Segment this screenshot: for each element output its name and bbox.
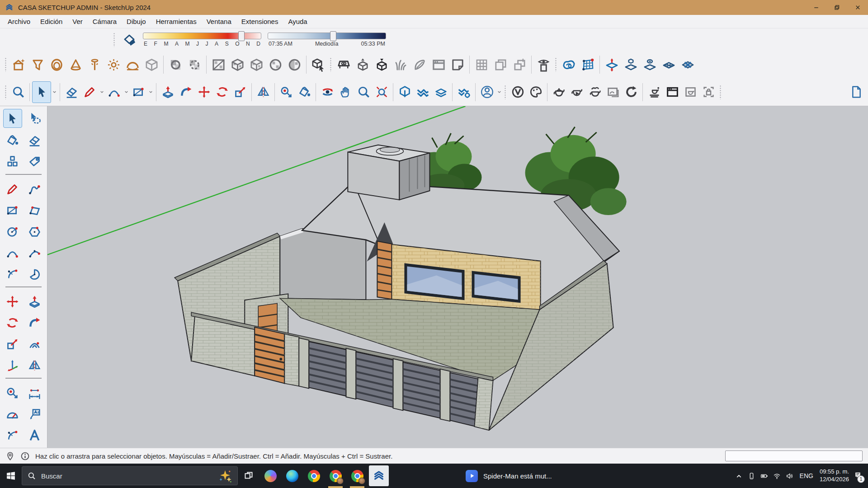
geolocation-icon[interactable] <box>5 451 15 461</box>
light-stake-button[interactable] <box>85 54 104 75</box>
flip-tool-button[interactable] <box>254 82 272 103</box>
line-tool-button[interactable] <box>4 180 22 198</box>
start-button[interactable] <box>0 464 22 488</box>
polygon-tool-button[interactable] <box>26 222 44 240</box>
new-document-button[interactable] <box>847 82 865 103</box>
measurement-input[interactable] <box>725 450 863 461</box>
shadow-funnel-button[interactable] <box>28 54 47 75</box>
chrome-profile-1-button[interactable] <box>325 464 346 488</box>
menu-archivo[interactable]: Archivo <box>3 16 35 27</box>
vray-lock-scene-button[interactable] <box>699 82 717 103</box>
move-tool-button[interactable] <box>4 292 22 310</box>
light-cone-button[interactable] <box>66 54 85 75</box>
task-view-button[interactable] <box>238 464 259 488</box>
rectangle-tool-caret[interactable] <box>147 83 154 102</box>
sky-dome-button[interactable] <box>123 54 142 75</box>
sun-properties-button[interactable] <box>104 54 123 75</box>
copy-frames-button[interactable] <box>491 54 510 75</box>
close-button[interactable] <box>847 0 868 15</box>
vray-materials-button[interactable] <box>527 82 545 103</box>
scale-tool-button[interactable] <box>231 82 249 103</box>
toolbar-grip[interactable] <box>5 85 7 99</box>
wifi-icon[interactable] <box>773 472 781 480</box>
menu-edicion[interactable]: Edición <box>35 16 67 27</box>
eye-page-button[interactable] <box>534 54 553 75</box>
zoom-extents-tool-button[interactable] <box>373 82 391 103</box>
tape-measure-tool-button[interactable] <box>4 384 22 402</box>
sandbox-from-contours-button[interactable] <box>559 54 578 75</box>
toolbar-grip[interactable] <box>113 33 116 47</box>
sandbox-stamp-button[interactable] <box>621 54 640 75</box>
toolbar-grip[interactable] <box>719 85 722 99</box>
menu-extensiones[interactable]: Extensiones <box>236 16 283 27</box>
arc-3pt-tool-button[interactable] <box>26 244 44 262</box>
paint-bucket-tool-button[interactable] <box>295 82 313 103</box>
pushpull-tool-button[interactable] <box>26 292 44 310</box>
vray-refresh-button[interactable] <box>622 82 640 103</box>
style-xray-button[interactable] <box>209 54 228 75</box>
text-tool-button[interactable] <box>26 405 44 423</box>
battery-icon[interactable] <box>760 472 768 480</box>
rotated-rectangle-tool-button[interactable] <box>26 201 44 219</box>
sandbox-smoove-button[interactable] <box>602 54 621 75</box>
copilot-button[interactable] <box>259 464 281 488</box>
paint-bucket-tool-button[interactable] <box>4 131 22 149</box>
tag-tool-button[interactable] <box>26 152 44 170</box>
sandbox-add-detail-button[interactable] <box>659 54 678 75</box>
style-shaded-button[interactable] <box>166 54 185 75</box>
text-3d-tool-button[interactable] <box>26 426 44 444</box>
eraser-tool-button[interactable] <box>62 82 80 103</box>
tray-chevron-icon[interactable] <box>735 472 743 480</box>
account-caret[interactable] <box>496 83 502 102</box>
language-indicator[interactable]: ENG <box>798 472 815 479</box>
chrome-button[interactable] <box>303 464 325 488</box>
vray-batch-render-button[interactable] <box>645 82 663 103</box>
dimensions-tool-button[interactable] <box>26 384 44 402</box>
box-lift-button[interactable] <box>510 54 529 75</box>
followme-tool-button[interactable] <box>26 314 44 332</box>
vray-render-interactive-button[interactable] <box>568 82 586 103</box>
layers-export-button[interactable] <box>432 82 450 103</box>
arc-tool-button[interactable] <box>105 82 123 103</box>
phone-link-icon[interactable] <box>748 472 755 480</box>
select-tool-caret[interactable] <box>51 83 57 102</box>
page-curl-button[interactable] <box>448 54 467 75</box>
cube-arrow-up-button[interactable] <box>353 54 372 75</box>
select-cube-button[interactable] <box>309 54 328 75</box>
media-notification[interactable]: Spider-Man está mut... <box>466 470 552 482</box>
restore-button[interactable] <box>826 0 847 15</box>
grass-tool-button[interactable] <box>391 54 410 75</box>
menu-herramientas[interactable]: Herramientas <box>151 16 202 27</box>
flip-tool-button[interactable] <box>26 356 44 374</box>
shadow-settings-icon[interactable] <box>122 33 137 47</box>
arc-center-tool-button[interactable] <box>4 265 22 283</box>
date-slider-handle[interactable] <box>238 31 245 41</box>
style-wireframe-button[interactable] <box>247 54 266 75</box>
add-location-button[interactable] <box>9 54 28 75</box>
flatten-zigzag-button[interactable] <box>414 82 432 103</box>
scale-tool-button[interactable] <box>4 335 22 353</box>
pan-tool-button[interactable] <box>336 82 354 103</box>
components-tool-button[interactable] <box>4 152 22 170</box>
rotate-tool-button[interactable] <box>213 82 231 103</box>
rectangle-tool-button[interactable] <box>129 82 147 103</box>
menu-ver[interactable]: Ver <box>67 16 88 27</box>
vray-frame-buffer-button[interactable] <box>604 82 622 103</box>
account-button[interactable] <box>478 82 496 103</box>
clock[interactable]: 09:55 p. m. 12/04/2026 <box>820 468 849 483</box>
sandbox-drape-button[interactable] <box>640 54 659 75</box>
grid-tool-button[interactable] <box>472 54 491 75</box>
zoom-tool-button[interactable] <box>354 82 373 103</box>
time-slider-handle[interactable] <box>330 31 336 41</box>
rotate-tool-button[interactable] <box>4 314 22 332</box>
axes-tool-button[interactable] <box>4 356 22 374</box>
pushpull-tool-button[interactable] <box>159 82 177 103</box>
cube-arrow-down-button[interactable] <box>372 54 391 75</box>
vray-render-cloud-button[interactable] <box>586 82 604 103</box>
window-grid-button[interactable] <box>429 54 448 75</box>
select-tool-button[interactable] <box>3 109 22 128</box>
arc-tool-caret[interactable] <box>123 83 129 102</box>
menu-dibujo[interactable]: Dibujo <box>122 16 151 27</box>
move-tool-button[interactable] <box>195 82 213 103</box>
import-model-button[interactable] <box>396 82 414 103</box>
